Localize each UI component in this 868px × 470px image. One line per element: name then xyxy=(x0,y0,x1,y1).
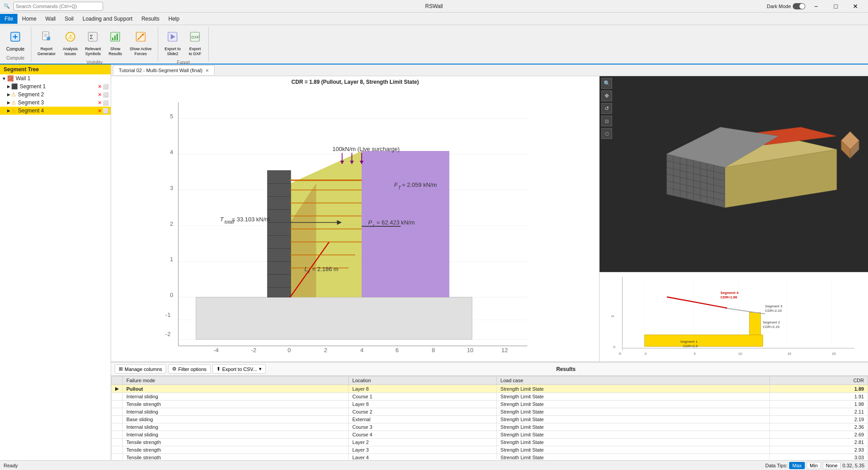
report-generator-button[interactable]: Report Generator xyxy=(35,29,59,58)
pan-icon[interactable]: ✥ xyxy=(601,91,612,101)
row-failure-mode: Internal sliding xyxy=(123,431,349,439)
col-load-case[interactable]: Load case xyxy=(497,376,769,385)
col-failure-mode[interactable]: Failure mode xyxy=(123,376,349,385)
wall-icon: 🧱 xyxy=(7,75,14,82)
table-row[interactable]: Internal sliding Course 3 Strength Limit… xyxy=(112,423,868,431)
manage-columns-button[interactable]: ⊞ Manage columns xyxy=(115,364,166,374)
menu-soil[interactable]: Soil xyxy=(60,14,78,24)
svg-line-137 xyxy=(667,297,727,308)
svg-text:100kN/m (Live surcharge): 100kN/m (Live surcharge) xyxy=(333,146,400,152)
analysis-issues-button[interactable]: ⚠ Analysis Issues xyxy=(60,29,81,58)
relevant-symbols-button[interactable]: Σ Relevant Symbols xyxy=(82,29,104,58)
menu-results[interactable]: Results xyxy=(137,14,164,24)
manage-columns-label: Manage columns xyxy=(125,367,162,372)
svg-text:CDR=2.23: CDR=2.23 xyxy=(765,309,782,313)
none-button[interactable]: None xyxy=(823,462,841,469)
export-slide2-button[interactable]: Export to Slide2 xyxy=(162,29,183,58)
tree-item-wall1[interactable]: ▼ 🧱 Wall 1 xyxy=(0,74,111,82)
perspective-icon[interactable]: ⬡ xyxy=(601,128,612,139)
row-failure-mode: Internal sliding xyxy=(123,408,349,416)
export-csv-icon: ⬆ xyxy=(216,366,220,372)
table-row[interactable]: Internal sliding Course 1 Strength Limit… xyxy=(112,393,868,401)
menu-loading[interactable]: Loading and Support xyxy=(78,14,137,24)
menu-help[interactable]: Help xyxy=(164,14,184,24)
seg2-delete-icon[interactable]: ✕ xyxy=(98,92,102,98)
zoom-icon[interactable]: 🔍 xyxy=(601,78,612,89)
min-button[interactable]: Min xyxy=(807,462,821,469)
tab-tutorial02[interactable]: Tutorial 02 - Multi-Segment Wall (final)… xyxy=(113,65,215,75)
seg2-edit-icon[interactable]: ⬜ xyxy=(103,92,109,98)
row-failure-mode: Internal sliding xyxy=(123,393,349,401)
show-results-button[interactable]: Show Results xyxy=(105,29,125,58)
max-button[interactable]: Max xyxy=(789,462,805,469)
statusbar-right: Data Tips: Max Min None 0.32, 5.35 xyxy=(765,462,864,469)
dropdown-icon: ▾ xyxy=(259,366,262,372)
compute-button[interactable]: Compute xyxy=(4,29,27,54)
row-location: Layer 8 xyxy=(349,401,497,408)
zoom-fit-icon[interactable]: ⊡ xyxy=(601,116,612,126)
tab-bar: Tutorial 02 - Multi-Segment Wall (final)… xyxy=(111,65,868,76)
row-load-case: Strength Limit State xyxy=(497,393,769,401)
close-button[interactable]: ✕ xyxy=(846,0,864,13)
svg-text:P: P xyxy=(368,219,372,226)
table-row[interactable]: Internal sliding Course 4 Strength Limit… xyxy=(112,431,868,439)
seg3-edit-icon[interactable]: ⬜ xyxy=(103,100,109,106)
table-row[interactable]: Tensile strength Layer 8 Strength Limit … xyxy=(112,401,868,408)
row-failure-mode: Tensile strength xyxy=(123,446,349,454)
export-dxf-button[interactable]: DXF Export to DXF xyxy=(185,29,205,58)
results-title: Results xyxy=(268,366,864,372)
row-expand: ▶ xyxy=(112,385,123,393)
dark-mode-toggle[interactable]: Dark Mode xyxy=(767,3,805,9)
filter-options-button[interactable]: ⚙ Filter options xyxy=(168,364,211,374)
seg4-delete-icon[interactable]: ✕ xyxy=(98,108,102,114)
svg-rect-13 xyxy=(112,38,113,40)
row-cdr: 1.98 xyxy=(769,401,868,408)
show-active-forces-button[interactable]: Show Active Forces xyxy=(127,29,154,58)
seg1-delete-icon[interactable]: ✕ xyxy=(98,84,102,90)
col-cdr[interactable]: CDR xyxy=(769,376,868,385)
row-failure-mode: Pullout xyxy=(123,385,349,393)
content-area: Tutorial 02 - Multi-Segment Wall (final)… xyxy=(111,65,868,460)
svg-text:Segment 1: Segment 1 xyxy=(680,340,698,344)
tree-item-seg4[interactable]: ▶ ⚠ Segment 4 ✕ ⬜ xyxy=(0,107,111,115)
table-row[interactable]: Base sliding External Strength Limit Sta… xyxy=(112,416,868,423)
ribbon-export-group-label: Export xyxy=(177,58,190,65)
minimize-button[interactable]: − xyxy=(807,0,825,13)
tree-label-seg1: Segment 1 xyxy=(20,83,98,90)
svg-rect-47 xyxy=(196,297,472,339)
svg-text:-4: -4 xyxy=(213,347,219,354)
export-slide2-icon xyxy=(166,30,179,46)
table-row[interactable]: Internal sliding Course 2 Strength Limit… xyxy=(112,408,868,416)
col-location[interactable]: Location xyxy=(349,376,497,385)
table-row[interactable]: Tensile strength Layer 2 Strength Limit … xyxy=(112,439,868,446)
search-input[interactable] xyxy=(13,2,103,11)
relevant-symbols-icon: Σ xyxy=(86,30,99,46)
table-row[interactable]: ▶ Pullout Layer 8 Strength Limit State 1… xyxy=(112,385,868,393)
table-row[interactable]: Tensile strength Layer 4 Strength Limit … xyxy=(112,454,868,460)
menu-file[interactable]: File xyxy=(0,14,17,24)
tree-label-seg2: Segment 2 xyxy=(18,91,98,98)
results-table-container[interactable]: Failure mode Location Load case CDR ▶ Pu… xyxy=(111,376,868,459)
export-csv-button[interactable]: ⬆ Export to CSV... ▾ xyxy=(212,364,266,374)
row-location: External xyxy=(349,416,497,423)
seg4-edit-icon[interactable]: ⬜ xyxy=(103,108,109,114)
tab-close-icon[interactable]: ✕ xyxy=(205,68,209,73)
tree-item-seg2[interactable]: ▶ ⚠ Segment 2 ✕ ⬜ xyxy=(0,91,111,99)
seg4-warning-icon: ⚠ xyxy=(11,108,16,114)
maximize-button[interactable]: □ xyxy=(827,0,845,13)
table-row[interactable]: Tensile strength Layer 3 Strength Limit … xyxy=(112,446,868,454)
row-location: Course 4 xyxy=(349,431,497,439)
tree-item-seg3[interactable]: ▶ ⚠ Segment 3 ✕ ⬜ xyxy=(0,99,111,107)
row-cdr: 2.36 xyxy=(769,423,868,431)
search-icon: 🔍 xyxy=(4,3,10,9)
menu-home[interactable]: Home xyxy=(17,14,41,24)
dark-mode-pill[interactable] xyxy=(793,3,805,9)
tree-item-seg1[interactable]: ▶ ⬛ Segment 1 ✕ ⬜ xyxy=(0,82,111,91)
menu-wall[interactable]: Wall xyxy=(41,14,60,24)
analysis-issues-label: Analysis Issues xyxy=(63,47,78,56)
seg3-delete-icon[interactable]: ✕ xyxy=(98,100,102,106)
tree-label-wall1: Wall 1 xyxy=(16,75,109,82)
main-layout: Segment Tree ▼ 🧱 Wall 1 ▶ ⬛ Segment 1 ✕ … xyxy=(0,65,868,460)
rotate-icon[interactable]: ↺ xyxy=(601,103,612,114)
seg1-edit-icon[interactable]: ⬜ xyxy=(103,84,109,90)
